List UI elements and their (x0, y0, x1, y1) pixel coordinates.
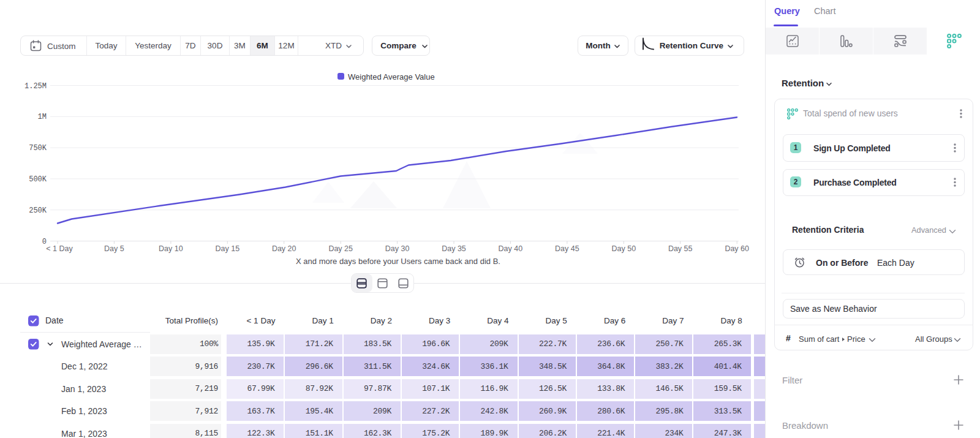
svg-text:Day 20: Day 20 (272, 244, 296, 253)
svg-text:750K: 750K (29, 144, 47, 153)
svg-text:1M: 1M (38, 113, 47, 121)
svg-text:1.25M: 1.25M (24, 82, 47, 91)
svg-text:Day 35: Day 35 (442, 244, 466, 253)
svg-text:Day 50: Day 50 (611, 244, 636, 253)
svg-text:Day 10: Day 10 (159, 244, 183, 253)
svg-text:Day 5: Day 5 (104, 244, 124, 253)
svg-text:Day 60: Day 60 (725, 244, 749, 253)
svg-text:< 1 Day: < 1 Day (46, 244, 73, 253)
svg-text:Day 30: Day 30 (385, 244, 410, 253)
svg-text:Day 40: Day 40 (499, 244, 523, 253)
svg-text:Day 45: Day 45 (555, 244, 579, 253)
svg-text:500K: 500K (29, 175, 47, 184)
svg-text:Day 55: Day 55 (668, 244, 693, 253)
svg-text:Day 25: Day 25 (328, 244, 353, 253)
svg-text:Day 15: Day 15 (215, 244, 239, 253)
svg-text:250K: 250K (29, 206, 47, 215)
